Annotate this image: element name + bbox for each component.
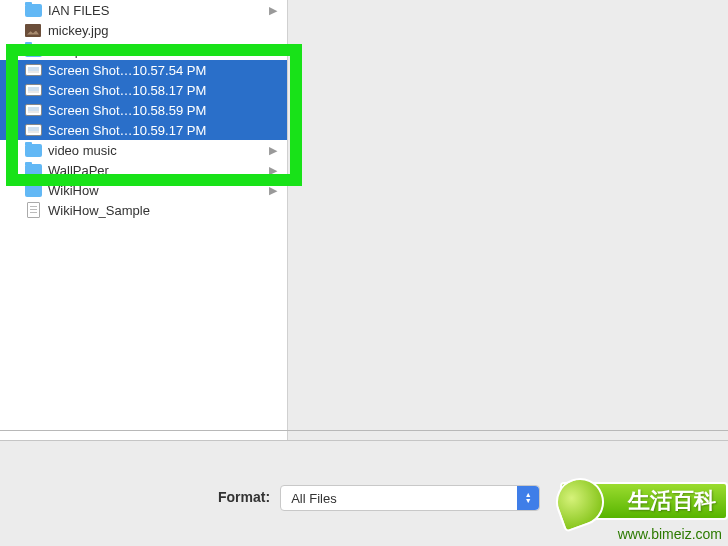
chevron-right-icon: ▶ [269, 164, 277, 177]
file-row[interactable]: video music▶ [0, 140, 287, 160]
document-icon [24, 202, 42, 218]
file-name-label: IAN FILES [48, 3, 109, 18]
file-browser: IAN FILES▶mickey.jpgSample▶Screen Shot…1… [0, 0, 728, 440]
screenshot-icon [24, 122, 42, 138]
chevron-right-icon: ▶ [269, 184, 277, 197]
select-arrows-icon: ▲▼ [517, 486, 539, 510]
watermark: 生活百科 www.bimeiz.com [558, 482, 728, 546]
chevron-right-icon: ▶ [269, 4, 277, 17]
screenshot-icon [24, 82, 42, 98]
file-list-column[interactable]: IAN FILES▶mickey.jpgSample▶Screen Shot…1… [0, 0, 288, 440]
screenshot-icon [24, 62, 42, 78]
file-name-label: WikiHow_Sample [48, 203, 150, 218]
file-row[interactable]: Screen Shot…10.58.59 PM [0, 100, 287, 120]
file-name-label: Screen Shot…10.58.17 PM [48, 83, 206, 98]
watermark-url: www.bimeiz.com [618, 526, 722, 542]
file-name-label: Screen Shot…10.59.17 PM [48, 123, 206, 138]
file-row[interactable]: IAN FILES▶ [0, 0, 287, 20]
file-name-label: mickey.jpg [48, 23, 108, 38]
file-row[interactable]: WikiHow▶ [0, 180, 287, 200]
file-name-label: Screen Shot…10.57.54 PM [48, 63, 206, 78]
preview-pane [288, 0, 728, 440]
screenshot-icon [24, 102, 42, 118]
format-label: Format: [218, 485, 270, 505]
file-name-label: video music [48, 143, 117, 158]
folder-icon [24, 42, 42, 58]
folder-icon [24, 162, 42, 178]
file-row[interactable]: WikiHow_Sample [0, 200, 287, 220]
file-name-label: WikiHow [48, 183, 99, 198]
folder-icon [24, 182, 42, 198]
folder-icon [24, 142, 42, 158]
file-row[interactable]: Screen Shot…10.57.54 PM [0, 60, 287, 80]
format-select[interactable]: All Files ▲▼ [280, 485, 540, 511]
divider [0, 430, 728, 431]
file-name-label: Screen Shot…10.58.59 PM [48, 103, 206, 118]
format-value: All Files [291, 491, 337, 506]
file-row[interactable]: Sample▶ [0, 40, 287, 60]
image-icon [24, 22, 42, 38]
chevron-right-icon: ▶ [269, 144, 277, 157]
file-row[interactable]: Screen Shot…10.59.17 PM [0, 120, 287, 140]
watermark-title: 生活百科 [628, 486, 716, 516]
file-row[interactable]: mickey.jpg [0, 20, 287, 40]
file-row[interactable]: WallPaPer▶ [0, 160, 287, 180]
file-name-label: WallPaPer [48, 163, 109, 178]
watermark-badge: 生活百科 [560, 482, 728, 520]
file-row[interactable]: Screen Shot…10.58.17 PM [0, 80, 287, 100]
chevron-right-icon: ▶ [269, 44, 277, 57]
folder-icon [24, 2, 42, 18]
file-name-label: Sample [48, 43, 92, 58]
